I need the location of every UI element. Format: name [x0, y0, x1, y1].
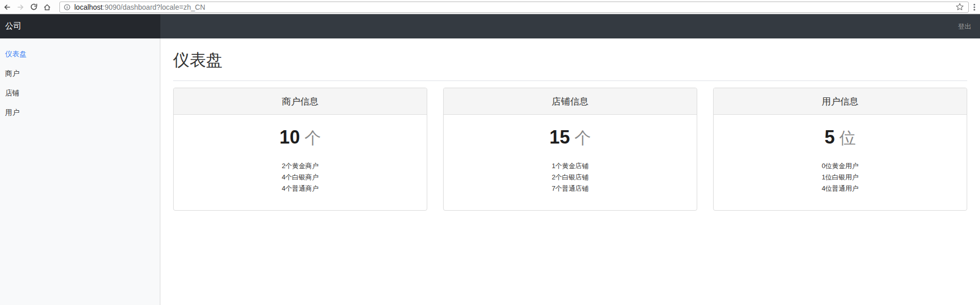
address-bar[interactable]: localhost:9090/dashboard?locale=zh_CN	[59, 2, 969, 13]
main-panel: 仪表盘 商户信息 10个 2个黄金商户 4个白银商户 4个普通商户 店铺信息 1…	[160, 38, 980, 305]
reload-icon[interactable]	[30, 3, 38, 11]
page-title: 仪表盘	[173, 49, 967, 72]
sidebar-item-shops[interactable]: 店铺	[5, 84, 155, 103]
card-title: 用户信息	[714, 88, 967, 115]
shop-breakdown: 1个黄金店铺 2个白银店铺 7个普通店铺	[444, 160, 697, 194]
user-count: 5位	[714, 127, 967, 151]
detail-line: 4位普通用户	[714, 183, 967, 194]
back-icon[interactable]	[3, 3, 11, 11]
brand[interactable]: 公司	[0, 14, 160, 38]
user-info-card: 用户信息 5位 0位黄金用户 1位白银用户 4位普通用户	[713, 88, 967, 211]
card-body: 15个 1个黄金店铺 2个白银店铺 7个普通店铺	[444, 115, 697, 194]
url-text[interactable]: localhost:9090/dashboard?locale=zh_CN	[74, 3, 205, 11]
detail-line: 4个白银商户	[174, 172, 427, 183]
content-area: 仪表盘 商户 店铺 用户 仪表盘 商户信息 10个 2个黄金商户 4个白银商户 …	[0, 38, 980, 305]
detail-line: 7个普通店铺	[444, 183, 697, 194]
sidebar-menu: 仪表盘 商户 店铺 用户	[5, 45, 155, 123]
card-body: 10个 2个黄金商户 4个白银商户 4个普通商户	[174, 115, 427, 194]
detail-line: 1个黄金店铺	[444, 160, 697, 172]
sidebar-item-dashboard[interactable]: 仪表盘	[5, 45, 155, 64]
sidebar-item-merchants[interactable]: 商户	[5, 64, 155, 84]
shop-info-card: 店铺信息 15个 1个黄金店铺 2个白银店铺 7个普通店铺	[443, 88, 697, 211]
forward-icon[interactable]	[16, 3, 25, 11]
bookmark-star-icon[interactable]	[955, 2, 965, 12]
user-breakdown: 0位黄金用户 1位白银用户 4位普通用户	[714, 160, 967, 194]
url-host: localhost	[74, 3, 102, 11]
card-body: 5位 0位黄金用户 1位白银用户 4位普通用户	[714, 115, 967, 194]
sidebar: 仪表盘 商户 店铺 用户	[0, 38, 160, 305]
navbar-right: 登出	[160, 14, 980, 38]
detail-line: 2个黄金商户	[174, 160, 427, 172]
url-path: :9090/dashboard?locale=zh_CN	[102, 3, 205, 11]
logout-link[interactable]: 登出	[958, 22, 971, 31]
card-title: 店铺信息	[444, 88, 697, 115]
detail-line: 0位黄金用户	[714, 160, 967, 172]
app-navbar: 公司 登出	[0, 14, 980, 38]
merchant-breakdown: 2个黄金商户 4个白银商户 4个普通商户	[174, 160, 427, 194]
shop-count: 15个	[444, 127, 697, 151]
detail-line: 1位白银用户	[714, 172, 967, 183]
info-icon[interactable]	[64, 4, 71, 11]
detail-line: 2个白银店铺	[444, 172, 697, 183]
detail-line: 4个普通商户	[174, 183, 427, 194]
home-icon[interactable]	[43, 3, 51, 11]
browser-menu-icon[interactable]	[973, 3, 976, 11]
sidebar-item-users[interactable]: 用户	[5, 103, 155, 123]
browser-toolbar: localhost:9090/dashboard?locale=zh_CN	[0, 0, 980, 14]
merchant-info-card: 商户信息 10个 2个黄金商户 4个白银商户 4个普通商户	[173, 88, 427, 211]
stat-cards-row: 商户信息 10个 2个黄金商户 4个白银商户 4个普通商户 店铺信息 15个 1…	[173, 88, 967, 211]
card-title: 商户信息	[174, 88, 427, 115]
merchant-count: 10个	[174, 127, 427, 151]
title-divider	[173, 80, 967, 81]
